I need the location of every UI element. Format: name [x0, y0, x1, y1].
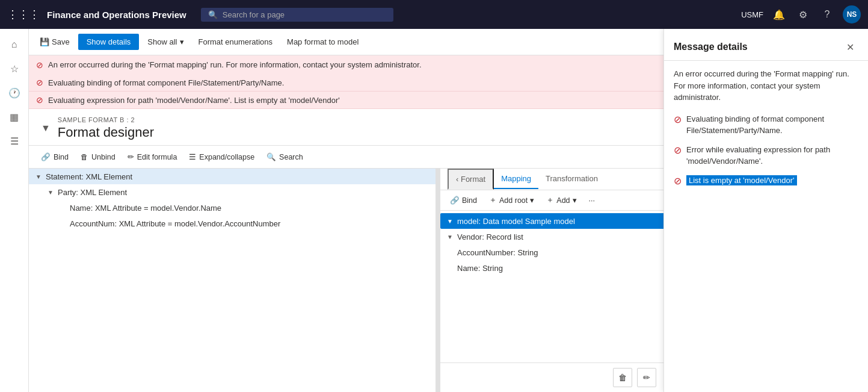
- map-format-to-model-button[interactable]: Map format to model: [281, 35, 365, 49]
- user-region: USMF: [741, 10, 763, 19]
- top-nav-right: USMF 🔔 ⚙ ? NS: [741, 5, 861, 23]
- bind-button[interactable]: 🔗 Bind: [36, 150, 73, 164]
- right-bind-button[interactable]: 🔗 Bind: [445, 193, 482, 207]
- pencil-icon: ✏: [128, 152, 134, 161]
- search-bar[interactable]: 🔍: [201, 8, 393, 22]
- msg-error-icon-2: ⊘: [674, 145, 682, 156]
- sidebar-item-recent[interactable]: 🕐: [4, 82, 25, 104]
- tree-item-accountnum[interactable]: AccountNum: XML Attribute = model.Vendor…: [29, 216, 436, 231]
- msg-error-highlight: List is empty at 'model/Vendor': [686, 175, 797, 185]
- format-tree: ▼ Statement: XML Element ▼ Party: XML El…: [29, 169, 438, 392]
- right-link-icon: 🔗: [450, 196, 460, 205]
- msg-error-item-1: ⊘ Evaluating binding of format component…: [674, 113, 858, 137]
- format-label: SAMPLE FORMAT B : 2: [58, 116, 154, 123]
- filter-icon[interactable]: ▼: [38, 120, 53, 136]
- grid-icon[interactable]: ⋮⋮⋮: [7, 8, 40, 21]
- error-icon-2: ⊘: [36, 95, 43, 105]
- add-button[interactable]: ＋ Add ▾: [541, 193, 581, 208]
- msg-error-icon-3: ⊘: [674, 175, 682, 187]
- sidebar-item-workspace[interactable]: ▦: [4, 106, 25, 128]
- chevron-add-icon: ▾: [573, 196, 577, 205]
- expand-icon: ☰: [189, 152, 196, 161]
- tree-item-name[interactable]: Name: XML Attribute = model.Vendor.Name: [29, 200, 436, 216]
- chevron-down-icon: ▾: [180, 37, 184, 46]
- search-format-icon: 🔍: [266, 152, 276, 161]
- tree-item-party[interactable]: ▼ Party: XML Element: [29, 184, 436, 200]
- notification-icon[interactable]: 🔔: [771, 6, 787, 23]
- msg-error-text-3: List is empty at 'model/Vendor': [686, 175, 797, 187]
- chevron-root-icon: ▾: [530, 196, 534, 205]
- error-icon-1: ⊘: [36, 78, 43, 87]
- top-nav: ⋮⋮⋮ Finance and Operations Preview 🔍 USM…: [0, 0, 868, 29]
- msg-error-item-3: ⊘ List is empty at 'model/Vendor': [674, 175, 858, 187]
- show-details-button[interactable]: Show details: [78, 34, 140, 50]
- sidebar-icons: ⌂ ☆ 🕐 ▦ ☰: [0, 29, 29, 392]
- avatar[interactable]: NS: [843, 5, 861, 23]
- tab-transformation[interactable]: Transformation: [538, 169, 605, 189]
- msg-panel-header: Message details ✕: [664, 29, 868, 61]
- msg-panel-desc: An error occurred during the 'Format map…: [674, 68, 858, 104]
- format-enumerations-button[interactable]: Format enumerations: [192, 35, 279, 49]
- msg-error-item-2: ⊘ Error while evaluating expression for …: [674, 144, 858, 167]
- model-arrow-accountnumber: [445, 247, 455, 257]
- show-all-button[interactable]: Show all ▾: [141, 35, 189, 49]
- tree-item-statement[interactable]: ▼ Statement: XML Element: [29, 169, 436, 184]
- help-icon[interactable]: ?: [819, 6, 836, 23]
- tab-format[interactable]: ‹ Format: [448, 169, 494, 190]
- msg-panel-title: Message details: [674, 42, 842, 52]
- expand-collapse-button[interactable]: ☰ Expand/collapse: [184, 150, 259, 164]
- error-main-text: An error occurred during the 'Format map…: [48, 60, 764, 69]
- model-arrow-root: ▼: [445, 216, 455, 226]
- tree-arrow-statement: ▼: [34, 172, 43, 181]
- tree-arrow-accountnum: [58, 219, 67, 228]
- layout: ⌂ ☆ 🕐 ▦ ☰ 💾 Save Show details Show all ▾…: [0, 29, 868, 392]
- delete-button[interactable]: 🗑: [613, 368, 632, 387]
- model-arrow-vendor: ▼: [445, 232, 455, 241]
- sidebar-item-list[interactable]: ☰: [4, 130, 25, 152]
- app-title: Finance and Operations Preview: [47, 10, 186, 20]
- settings-icon[interactable]: ⚙: [795, 6, 811, 23]
- plus-add-icon: ＋: [546, 195, 554, 205]
- unbind-button[interactable]: 🗑 Unbind: [76, 151, 120, 164]
- msg-panel-body: An error occurred during the 'Format map…: [664, 61, 868, 201]
- search-icon: 🔍: [208, 10, 218, 19]
- message-details-panel: Message details ✕ An error occurred duri…: [663, 29, 868, 392]
- msg-panel-close-button[interactable]: ✕: [842, 39, 858, 55]
- plus-root-icon: ＋: [489, 195, 497, 205]
- link-icon: 🔗: [41, 152, 51, 161]
- error-main-icon: ⊘: [36, 60, 43, 70]
- save-icon: 💾: [40, 37, 49, 46]
- tab-mapping[interactable]: Mapping: [494, 169, 538, 189]
- add-root-button[interactable]: ＋ Add root ▾: [484, 193, 539, 208]
- sidebar-item-favorites[interactable]: ☆: [4, 58, 25, 79]
- sidebar-item-home[interactable]: ⌂: [4, 34, 25, 55]
- chevron-left-icon: ‹: [456, 175, 461, 184]
- msg-error-icon-1: ⊘: [674, 114, 682, 125]
- edit-formula-button[interactable]: ✏ Edit formula: [123, 150, 182, 164]
- format-title: Format designer: [58, 125, 154, 140]
- right-more-icon[interactable]: ···: [584, 194, 600, 207]
- unlink-icon: 🗑: [81, 153, 88, 161]
- search-format-button[interactable]: 🔍 Search: [262, 150, 308, 164]
- edit-button[interactable]: ✏: [637, 368, 656, 387]
- msg-error-text-1: Evaluating binding of format component F…: [686, 113, 858, 137]
- model-arrow-name: [445, 263, 455, 273]
- save-button[interactable]: 💾 Save: [34, 35, 76, 49]
- msg-error-text-2: Error while evaluating expression for pa…: [686, 144, 858, 167]
- tree-arrow-party: ▼: [46, 187, 55, 197]
- search-input[interactable]: [223, 10, 361, 19]
- tree-arrow-name: [58, 203, 67, 213]
